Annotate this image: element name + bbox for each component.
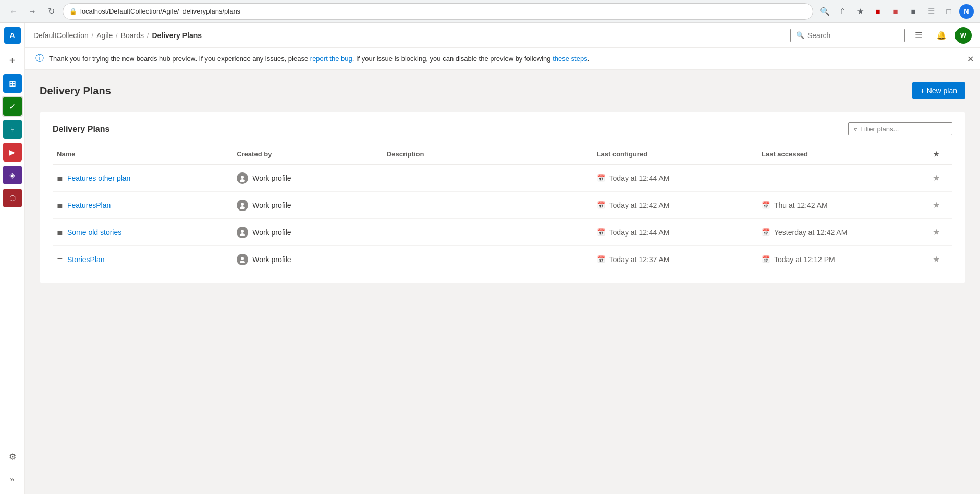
favorite-button[interactable]: ★ xyxy=(932,199,941,211)
plan-name-link[interactable]: FeaturesPlan xyxy=(67,201,111,209)
svg-point-6 xyxy=(241,257,244,260)
banner-close-button[interactable]: ✕ xyxy=(967,54,974,64)
svg-point-0 xyxy=(241,176,244,179)
user-avatar[interactable]: W xyxy=(955,27,972,44)
plan-icon: ≣ xyxy=(57,174,63,182)
forward-button[interactable]: → xyxy=(25,4,40,19)
plans-card-header: Delivery Plans ▿ xyxy=(53,122,952,135)
ext3-button[interactable]: ■ xyxy=(906,4,921,19)
search-box[interactable]: 🔍 xyxy=(790,29,905,42)
these-steps-link[interactable]: these steps xyxy=(553,55,587,63)
share-button[interactable]: ⇧ xyxy=(835,4,850,19)
breadcrumb-defaultcollection[interactable]: DefaultCollection xyxy=(33,31,89,40)
page-body: Delivery Plans + New plan Delivery Plans… xyxy=(25,70,980,494)
ext2-button[interactable]: ■ xyxy=(888,4,903,19)
user-avatar-sm xyxy=(237,227,248,238)
svg-point-4 xyxy=(241,230,244,233)
created-by-text: Work profile xyxy=(252,255,291,264)
favorite-button[interactable]: ★ xyxy=(932,172,941,184)
browser-profile-avatar[interactable]: N xyxy=(959,4,974,19)
col-description: Description xyxy=(383,146,593,165)
ext1-button[interactable]: ■ xyxy=(871,4,885,19)
plan-name-link[interactable]: Features other plan xyxy=(67,174,130,182)
table-row[interactable]: ≣ Features other plan Work profile 📅 Tod… xyxy=(53,165,952,192)
created-by-text: Work profile xyxy=(252,201,291,209)
table-row[interactable]: ≣ StoriesPlan Work profile 📅 Today at 12… xyxy=(53,246,952,273)
sidebar-boards-button[interactable]: ✓ xyxy=(2,96,23,117)
description-cell xyxy=(383,219,593,246)
last-configured-cell: 📅 Today at 12:44 AM xyxy=(593,165,757,192)
filter-icon: ▿ xyxy=(854,126,857,133)
last-configured-cell: 📅 Today at 12:37 AM xyxy=(593,246,757,273)
list-view-button[interactable]: ☰ xyxy=(909,26,928,45)
created-by-cell: Work profile xyxy=(232,219,383,246)
notification-button[interactable]: 🔔 xyxy=(932,26,951,45)
last-configured-text: Today at 12:37 AM xyxy=(609,255,670,264)
filter-box[interactable]: ▿ xyxy=(848,122,952,135)
table-row[interactable]: ≣ FeaturesPlan Work profile 📅 Today at 1… xyxy=(53,192,952,219)
settings-button[interactable]: ⚙ xyxy=(2,446,23,467)
new-plan-button[interactable]: + New plan xyxy=(912,82,965,99)
report-bug-link[interactable]: report the bug xyxy=(310,55,352,63)
user-avatar-sm xyxy=(237,254,248,265)
table-row[interactable]: ≣ Some old stories Work profile 📅 Today … xyxy=(53,219,952,246)
top-nav: DefaultCollection / Agile / Boards / Del… xyxy=(25,23,980,48)
sidebar-testplans-button[interactable]: ◈ xyxy=(2,165,23,186)
calendar-icon: 📅 xyxy=(597,255,605,263)
top-nav-right: 🔍 ☰ 🔔 W xyxy=(790,26,972,45)
lock-icon: 🔒 xyxy=(69,8,77,15)
plan-icon: ≣ xyxy=(57,201,63,209)
search-input[interactable] xyxy=(807,31,899,40)
plan-name-cell: ≣ FeaturesPlan xyxy=(53,192,232,219)
search-browser-button[interactable]: 🔍 xyxy=(817,4,832,19)
back-button[interactable]: ← xyxy=(6,4,21,19)
browser-toolbar: 🔍 ⇧ ★ ■ ■ ■ ☰ □ N xyxy=(817,4,974,19)
plans-card-title: Delivery Plans xyxy=(53,125,109,134)
app-logo[interactable]: A xyxy=(4,27,21,44)
sidebar-home-button[interactable]: ⊞ xyxy=(2,73,23,94)
sidebar-pipelines-button[interactable]: ▶ xyxy=(2,142,23,163)
svg-point-2 xyxy=(241,203,244,206)
last-accessed-text: Today at 12:12 PM xyxy=(774,255,835,264)
calendar-icon: 📅 xyxy=(597,228,605,236)
favorite-button[interactable]: ★ xyxy=(932,226,941,238)
last-configured-cell: 📅 Today at 12:44 AM xyxy=(593,219,757,246)
created-by-text: Work profile xyxy=(252,228,291,237)
plan-icon: ≣ xyxy=(57,228,63,237)
last-accessed-cell: 📅 Yesterday at 12:42 AM xyxy=(757,219,922,246)
sidebar-toggle-button[interactable]: □ xyxy=(941,4,956,19)
artifacts-icon: ⬡ xyxy=(3,189,22,207)
user-avatar-sm xyxy=(237,172,248,184)
sidebar-add-button[interactable]: + xyxy=(2,50,23,71)
favorite-button[interactable]: ★ xyxy=(932,253,941,265)
breadcrumb-sep-1: / xyxy=(92,32,93,39)
plan-icon: ≣ xyxy=(57,255,63,264)
search-icon: 🔍 xyxy=(796,31,804,39)
table-header-row: Name Created by Description Last configu… xyxy=(53,146,952,165)
ext4-button[interactable]: ☰ xyxy=(924,4,938,19)
left-sidebar: A + ⊞ ✓ ⑂ ▶ ◈ ⬡ ⚙ » xyxy=(0,23,25,494)
plan-name-link[interactable]: StoriesPlan xyxy=(67,255,105,264)
plans-table: Name Created by Description Last configu… xyxy=(53,146,952,273)
description-cell xyxy=(383,192,593,219)
sidebar-repos-button[interactable]: ⑂ xyxy=(2,119,23,140)
plan-name-cell: ≣ StoriesPlan xyxy=(53,246,232,273)
refresh-button[interactable]: ↻ xyxy=(44,4,58,19)
calendar-icon: 📅 xyxy=(597,201,605,209)
last-configured-cell: 📅 Today at 12:42 AM xyxy=(593,192,757,219)
filter-input[interactable] xyxy=(860,125,947,133)
svg-point-5 xyxy=(240,233,245,236)
page-title: Delivery Plans xyxy=(40,85,111,97)
sidebar-artifacts-button[interactable]: ⬡ xyxy=(2,188,23,208)
breadcrumb-agile[interactable]: Agile xyxy=(96,31,113,40)
breadcrumb-delivery-plans: Delivery Plans xyxy=(152,31,202,40)
created-by-cell: Work profile xyxy=(232,165,383,192)
breadcrumb-boards[interactable]: Boards xyxy=(121,31,144,40)
plan-name-link[interactable]: Some old stories xyxy=(67,228,121,237)
star-cell: ★ xyxy=(922,219,952,246)
banner-text: Thank you for trying the new boards hub … xyxy=(49,55,589,63)
address-bar[interactable]: 🔒 localhost/DefaultCollection/Agile/_del… xyxy=(63,3,813,20)
info-banner: ⓘ Thank you for trying the new boards hu… xyxy=(25,48,980,70)
collapse-button[interactable]: » xyxy=(2,469,23,490)
bookmark-button[interactable]: ★ xyxy=(853,4,867,19)
